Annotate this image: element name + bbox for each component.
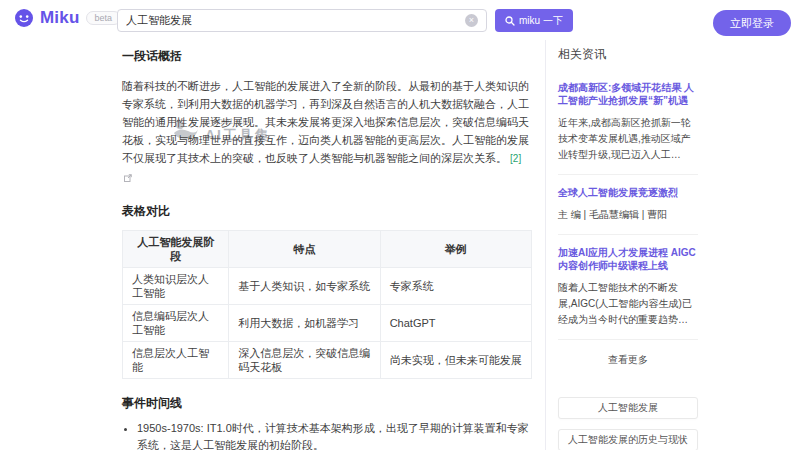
divider	[558, 174, 698, 175]
table-header-row: 人工智能发展阶段 特点 举例	[123, 231, 532, 268]
table-header-cell: 人工智能发展阶段	[123, 231, 229, 268]
table-header-cell: 特点	[229, 231, 380, 268]
related-news-panel: 相关资讯 成都高新区:多领域开花结果 人工智能产业抢抓发展“新”机遇 近年来,成…	[558, 42, 698, 450]
table-row: 信息层次人工智能 深入信息层次，突破信息编码天花板 尚未实现，但未来可能发展	[123, 342, 532, 379]
timeline-list: 1950s-1970s: IT1.0时代，计算技术基本架构形成，出现了早期的计算…	[122, 420, 532, 450]
table-cell: 专家系统	[380, 268, 531, 305]
summary-text: 随着科技的不断进步，人工智能的发展进入了全新的阶段。从最初的基于人类知识的专家系…	[122, 80, 529, 164]
news-article: 成都高新区:多领域开花结果 人工智能产业抢抓发展“新”机遇 近年来,成都高新区抢…	[558, 81, 698, 163]
summary-paragraph: 随着科技的不断进步，人工智能的发展进入了全新的阶段。从最初的基于人类知识的专家系…	[122, 77, 532, 187]
miku-face-icon	[14, 8, 34, 28]
suggested-query-button[interactable]: 人工智能发展的历史与现状	[558, 429, 698, 450]
related-news-title: 相关资讯	[558, 46, 698, 63]
comparison-table: 人工智能发展阶段 特点 举例 人类知识层次人工智能 基于人类知识，如专家系统 专…	[122, 230, 532, 379]
timeline-item-text: 1950s-1970s: IT1.0时代，计算技术基本架构形成，出现了早期的计算…	[137, 422, 529, 450]
table-section-title: 表格对比	[122, 203, 532, 220]
news-article-title[interactable]: 加速AI应用人才发展进程 AIGC内容创作师中级课程上线	[558, 246, 698, 272]
vertical-divider	[545, 40, 546, 450]
news-article: 加速AI应用人才发展进程 AIGC内容创作师中级课程上线 随着人工智能技术的不断…	[558, 246, 698, 328]
table-cell: 信息编码层次人工智能	[123, 305, 229, 342]
clear-search-icon[interactable]: ×	[465, 14, 478, 27]
table-cell: ChatGPT	[380, 305, 531, 342]
miku-search-button[interactable]: miku 一下	[495, 9, 573, 32]
header: Miku beta × miku 一下 立即登录	[0, 0, 800, 40]
miku-search-label: miku 一下	[519, 14, 563, 28]
divider	[558, 234, 698, 235]
answer-panel: 一段话概括 随着科技的不断进步，人工智能的发展进入了全新的阶段。从最初的基于人类…	[122, 42, 532, 450]
beta-badge: beta	[86, 11, 122, 25]
search-bar[interactable]: ×	[117, 9, 487, 32]
news-article-snippet: 随着人工智能技术的不断发展,AIGC(人工智能内容生成)已经成为当今时代的重要趋…	[558, 280, 698, 328]
news-article-snippet: 主 编 | 毛晶慧编辑 | 曹阳	[558, 207, 698, 223]
timeline-section-title: 事件时间线	[122, 395, 532, 412]
table-cell: 人类知识层次人工智能	[123, 268, 229, 305]
table-cell: 利用大数据，如机器学习	[229, 305, 380, 342]
view-more-link[interactable]: 查看更多	[558, 351, 698, 369]
external-link-icon[interactable]	[124, 169, 132, 187]
summary-section-title: 一段话概括	[122, 48, 532, 65]
table-row: 信息编码层次人工智能 利用大数据，如机器学习 ChatGPT	[123, 305, 532, 342]
brand-logo[interactable]: Miku beta	[14, 8, 121, 28]
news-article-title[interactable]: 成都高新区:多领域开花结果 人工智能产业抢抓发展“新”机遇	[558, 81, 698, 107]
citation-link-2[interactable]: [2]	[510, 153, 521, 164]
search-input[interactable]	[126, 15, 465, 27]
table-cell: 深入信息层次，突破信息编码天花板	[229, 342, 380, 379]
login-button[interactable]: 立即登录	[713, 10, 791, 36]
table-cell: 尚未实现，但未来可能发展	[380, 342, 531, 379]
news-article-snippet: 近年来,成都高新区抢抓新一轮技术变革发展机遇,推动区域产业转型升级,现已迈入人工…	[558, 115, 698, 163]
suggested-queries: 人工智能发展 人工智能发展的历史与现状 人工智能未来发展趋势预测 人工智能发展对…	[558, 397, 698, 450]
brand-name: Miku	[40, 8, 80, 28]
news-article: 全球人工智能发展竞逐激烈 主 编 | 毛晶慧编辑 | 曹阳	[558, 186, 698, 223]
table-header-cell: 举例	[380, 231, 531, 268]
table-cell: 基于人类知识，如专家系统	[229, 268, 380, 305]
timeline-item: 1950s-1970s: IT1.0时代，计算技术基本架构形成，出现了早期的计算…	[137, 420, 532, 450]
table-cell: 信息层次人工智能	[123, 342, 229, 379]
divider	[558, 339, 698, 340]
news-article-title[interactable]: 全球人工智能发展竞逐激烈	[558, 186, 698, 199]
search-icon	[505, 16, 515, 26]
suggested-query-button[interactable]: 人工智能发展	[558, 397, 698, 419]
table-row: 人类知识层次人工智能 基于人类知识，如专家系统 专家系统	[123, 268, 532, 305]
